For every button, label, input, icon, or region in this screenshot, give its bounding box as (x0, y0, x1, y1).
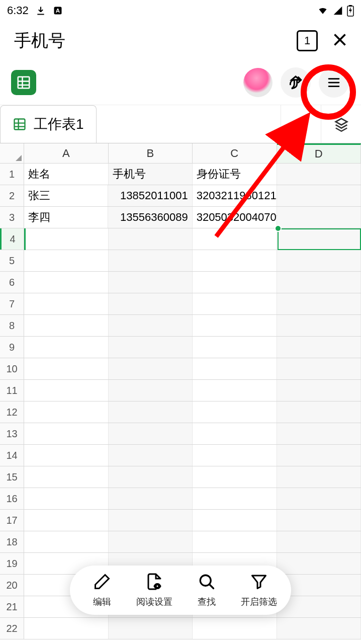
cell[interactable]: 李四 (24, 207, 108, 228)
cell[interactable] (24, 250, 109, 271)
cell[interactable] (24, 445, 109, 466)
row-header[interactable]: 17 (0, 510, 24, 531)
table-row[interactable]: 1 姓名 手机号 身份证号 (0, 164, 361, 185)
cell[interactable] (109, 618, 193, 639)
cell[interactable] (24, 293, 109, 314)
table-row[interactable]: 11 (0, 380, 361, 401)
row-header[interactable]: 6 (0, 272, 24, 293)
cell[interactable] (24, 272, 109, 293)
row-header[interactable]: 13 (0, 423, 24, 444)
share-button[interactable] (281, 67, 311, 98)
table-row[interactable]: 5 (0, 250, 361, 272)
cell[interactable] (109, 293, 193, 314)
col-header-c[interactable]: C (193, 143, 277, 163)
cell[interactable] (277, 488, 362, 509)
cell[interactable] (193, 272, 277, 293)
cell[interactable] (193, 293, 277, 314)
cell[interactable]: 手机号 (109, 164, 193, 185)
table-row[interactable]: 6 (0, 272, 361, 293)
table-row[interactable]: 2 张三 13852011001 320321198012120031 (0, 185, 361, 207)
cell[interactable] (109, 510, 193, 531)
row-header[interactable]: 19 (0, 553, 24, 574)
cell[interactable] (109, 445, 193, 466)
row-header[interactable]: 10 (0, 358, 24, 379)
edit-button[interactable]: 编辑 (84, 573, 120, 608)
row-header[interactable]: 21 (0, 596, 24, 617)
cell[interactable]: 姓名 (24, 164, 109, 185)
cell[interactable]: 13852011001 (108, 185, 192, 206)
sheet-tab-1[interactable]: 工作表1 (0, 105, 97, 143)
table-row[interactable]: 10 (0, 358, 361, 380)
table-row[interactable]: 3 李四 13556360089 320503200407091265 (0, 207, 361, 228)
cell[interactable] (193, 445, 277, 466)
close-button[interactable] (331, 31, 349, 51)
col-header-a[interactable]: A (24, 143, 109, 163)
table-row[interactable]: 15 (0, 466, 361, 488)
row-header[interactable]: 8 (0, 315, 24, 336)
cell[interactable] (277, 185, 361, 206)
cell[interactable] (109, 488, 193, 509)
table-row[interactable]: 12 (0, 401, 361, 423)
cell[interactable] (109, 466, 193, 488)
row-header[interactable]: 1 (0, 164, 24, 185)
cell[interactable] (277, 207, 361, 228)
col-header-d[interactable]: D (277, 143, 362, 163)
cell[interactable] (109, 358, 193, 379)
cell[interactable] (24, 466, 109, 488)
table-row[interactable]: 9 (0, 337, 361, 358)
cell[interactable] (277, 466, 362, 488)
cell[interactable] (109, 531, 193, 552)
cell[interactable] (277, 272, 362, 293)
cell[interactable] (193, 488, 277, 509)
cell[interactable] (277, 445, 362, 466)
cell[interactable] (193, 250, 277, 271)
cell[interactable] (193, 618, 277, 639)
cell[interactable]: 身份证号 (193, 164, 277, 185)
table-row[interactable]: 22 (0, 618, 361, 639)
tab-count-button[interactable]: 1 (297, 30, 318, 51)
cell-active[interactable] (277, 228, 362, 250)
cell[interactable]: 320321198012120031 (193, 185, 277, 206)
row-header[interactable]: 18 (0, 531, 24, 552)
cell[interactable] (193, 337, 277, 358)
select-all-corner[interactable] (0, 143, 24, 163)
cell[interactable] (109, 315, 193, 336)
table-row[interactable]: 4 (0, 228, 361, 250)
filter-button[interactable]: 开启筛选 (241, 573, 277, 608)
active-cell-handle[interactable] (275, 225, 282, 232)
cell[interactable]: 13556360089 (108, 207, 192, 228)
row-header[interactable]: 16 (0, 488, 24, 509)
find-button[interactable]: 查找 (189, 573, 225, 608)
cell[interactable] (193, 423, 277, 444)
cell[interactable] (193, 228, 277, 250)
table-row[interactable]: 13 (0, 423, 361, 445)
row-header[interactable]: 15 (0, 466, 24, 488)
cell[interactable] (277, 596, 362, 617)
table-row[interactable]: 7 (0, 293, 361, 315)
cell[interactable] (109, 228, 193, 250)
cell[interactable] (193, 401, 277, 423)
row-header[interactable]: 11 (0, 380, 24, 401)
cell[interactable] (277, 380, 362, 401)
table-row[interactable]: 18 (0, 531, 361, 553)
row-header[interactable]: 22 (0, 618, 24, 639)
cell[interactable] (24, 380, 109, 401)
cell[interactable] (277, 553, 362, 574)
cell[interactable] (24, 358, 109, 379)
cell[interactable] (193, 315, 277, 336)
cell[interactable] (277, 358, 362, 379)
cell[interactable] (24, 228, 109, 250)
sheets-app-icon[interactable] (11, 70, 36, 95)
cell[interactable] (277, 510, 362, 531)
cell[interactable] (109, 272, 193, 293)
cell[interactable] (24, 337, 109, 358)
row-header[interactable]: 20 (0, 575, 24, 596)
row-header[interactable]: 7 (0, 293, 24, 314)
cell[interactable] (24, 488, 109, 509)
cell[interactable] (193, 380, 277, 401)
cell[interactable] (109, 337, 193, 358)
cell[interactable] (277, 315, 362, 336)
cell[interactable] (277, 423, 362, 444)
cell[interactable] (193, 531, 277, 552)
col-header-b[interactable]: B (109, 143, 193, 163)
